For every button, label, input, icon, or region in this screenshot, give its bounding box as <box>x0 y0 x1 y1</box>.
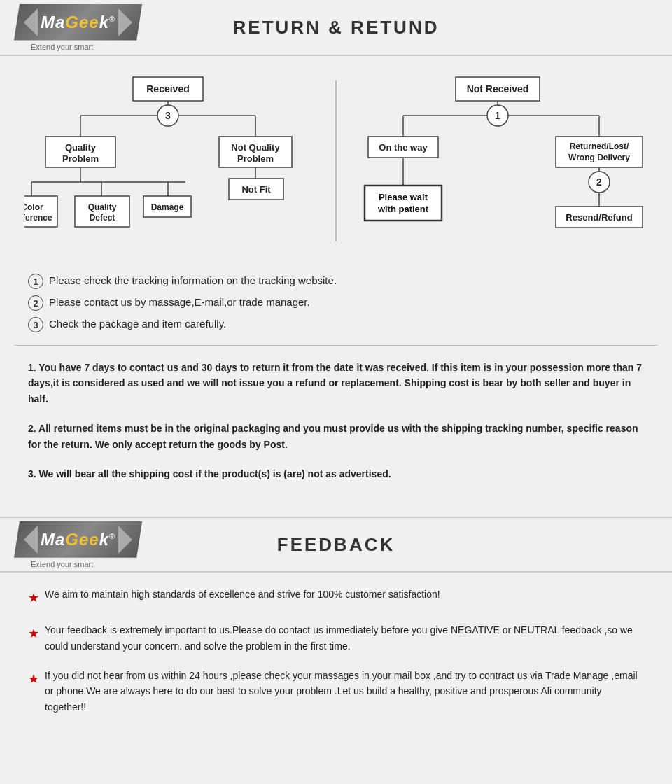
note-text-2: Please contact us by massage,E-mail,or t… <box>49 295 310 309</box>
svg-marker-1 <box>118 8 132 36</box>
feedback-text-3: If you did not hear from us within 24 ho… <box>45 668 644 715</box>
feedback-item-2: ★ Your feedback is extremely important t… <box>28 622 644 654</box>
left-flowchart-svg: Received 3 Quality Problem <box>24 70 326 252</box>
note-text-1: Please check the tracking information on… <box>49 273 337 288</box>
note-text-3: Check the package and item carefully. <box>49 316 226 331</box>
svg-rect-46 <box>365 186 442 220</box>
policy-item-1: 1. You have 7 days to contact us and 30 … <box>28 360 644 407</box>
feedback-logo-badge: MaGeek® <box>14 522 142 558</box>
svg-marker-0 <box>24 8 38 36</box>
note-circle-3: 3 <box>28 317 43 332</box>
right-flowchart-svg: Not Received 1 On the way <box>347 70 648 252</box>
svg-text:Problem: Problem <box>62 153 98 164</box>
svg-text:2: 2 <box>596 176 602 188</box>
feedback-item-1: ★ We aim to maintain high standards of e… <box>28 587 644 608</box>
feedback-logo-tagline: Extend your smart <box>14 560 93 568</box>
logo-badge: MaGeek® <box>14 4 142 41</box>
svg-text:Quality: Quality <box>88 202 116 212</box>
note-circle-2: 2 <box>28 295 43 311</box>
feedback-logo-area: MaGeek® Extend your smart <box>14 522 168 568</box>
page: MaGeek® Extend your smart RETURN & RETUN… <box>0 0 672 784</box>
note-circle-1: 1 <box>28 274 43 289</box>
flowchart-section: Received 3 Quality Problem <box>0 56 672 259</box>
svg-text:Please wait: Please wait <box>378 192 428 202</box>
svg-text:Problem: Problem <box>237 153 273 164</box>
logo-area: MaGeek® Extend your smart <box>14 4 168 51</box>
svg-text:difference: difference <box>24 213 52 223</box>
svg-text:Not  Received: Not Received <box>466 83 528 94</box>
svg-text:Resend/Refund: Resend/Refund <box>566 212 632 223</box>
feedback-section: ★ We aim to maintain high standards of e… <box>0 573 672 750</box>
svg-text:Damage: Damage <box>150 202 183 212</box>
svg-text:Not Quality: Not Quality <box>231 142 280 153</box>
svg-text:Quality: Quality <box>64 142 96 153</box>
svg-text:Defect: Defect <box>89 213 115 223</box>
notes-section: 1 Please check the tracking information … <box>0 259 672 345</box>
logo-arrow-right-icon <box>118 8 132 36</box>
svg-text:On the way: On the way <box>379 142 428 153</box>
note-item-2: 2 Please contact us by massage,E-mail,or… <box>28 295 644 311</box>
star-icon-2: ★ <box>28 624 39 644</box>
feedback-logo-arrow-right-icon <box>118 526 132 554</box>
svg-text:Wrong Delivery: Wrong Delivery <box>568 153 630 162</box>
logo-tagline: Extend your smart <box>14 43 93 51</box>
svg-text:Color: Color <box>24 202 43 212</box>
star-icon-1: ★ <box>28 588 39 608</box>
flowchart-left: Received 3 Quality Problem <box>21 70 328 252</box>
logo-arrow-left-icon <box>24 8 38 36</box>
star-icon-3: ★ <box>28 669 39 690</box>
return-section-title: RETURN & RETUND <box>168 17 504 38</box>
svg-text:Returned/Lost/: Returned/Lost/ <box>569 141 629 151</box>
svg-text:with patient: with patient <box>377 204 428 214</box>
note-item-3: 3 Check the package and item carefully. <box>28 316 644 332</box>
svg-text:Received: Received <box>146 83 189 94</box>
svg-text:1: 1 <box>495 110 500 121</box>
feedback-text-2: Your feedback is extremely important to … <box>45 622 644 654</box>
return-header: MaGeek® Extend your smart RETURN & RETUN… <box>0 0 672 56</box>
svg-marker-56 <box>118 526 132 554</box>
logo-text: MaGeek® <box>41 13 115 32</box>
svg-text:3: 3 <box>165 110 171 121</box>
feedback-text-1: We aim to maintain high standards of exc… <box>45 587 440 602</box>
note-item-1: 1 Please check the tracking information … <box>28 273 644 289</box>
flowchart-divider <box>335 80 337 241</box>
feedback-section-title: FEEDBACK <box>168 534 504 556</box>
policy-section: 1. You have 7 days to contact us and 30 … <box>0 346 672 510</box>
policy-item-3: 3. We will bear all the shipping cost if… <box>28 466 644 482</box>
feedback-logo-text: MaGeek® <box>41 530 115 550</box>
feedback-item-3: ★ If you did not hear from us within 24 … <box>28 668 644 715</box>
policy-item-2: 2. All returned items must be in the ori… <box>28 421 644 452</box>
svg-marker-55 <box>24 526 38 554</box>
flowchart-right: Not Received 1 On the way <box>344 70 651 252</box>
feedback-header: MaGeek® Extend your smart FEEDBACK <box>0 517 672 573</box>
feedback-logo-arrow-left-icon <box>24 526 38 554</box>
svg-text:Not Fit: Not Fit <box>241 184 271 195</box>
